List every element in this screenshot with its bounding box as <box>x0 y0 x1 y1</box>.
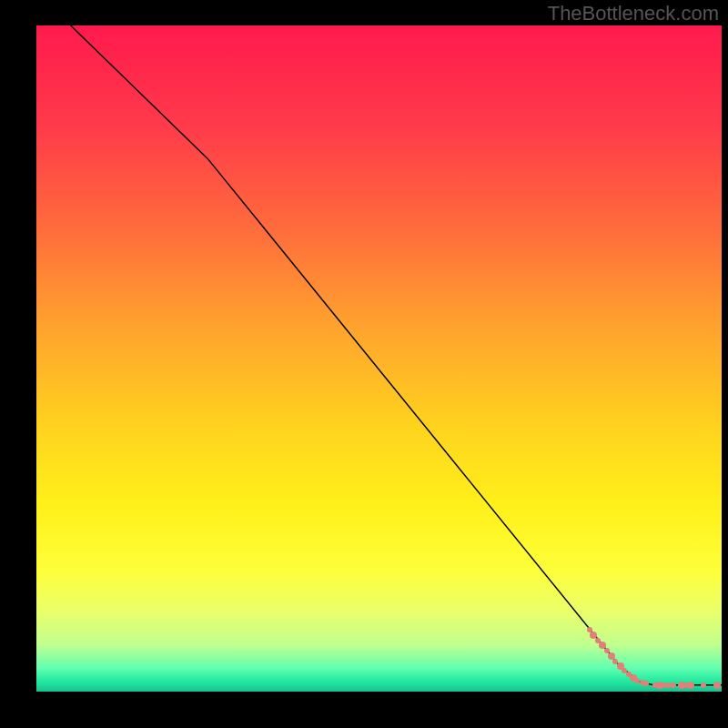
watermark-text: TheBottleneck.com <box>548 2 719 25</box>
data-point <box>671 682 676 688</box>
svg-rect-0 <box>36 25 722 692</box>
plot-area <box>36 25 722 692</box>
data-point <box>643 681 649 686</box>
data-point <box>687 682 694 689</box>
data-point <box>701 682 706 688</box>
gradient-background <box>36 25 722 692</box>
data-point <box>713 682 721 689</box>
